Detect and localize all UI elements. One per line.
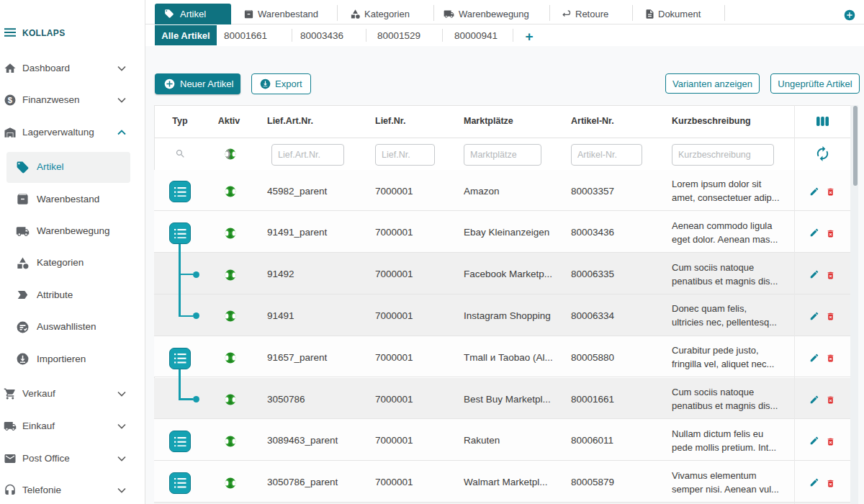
- svg-text:$: $: [8, 96, 13, 104]
